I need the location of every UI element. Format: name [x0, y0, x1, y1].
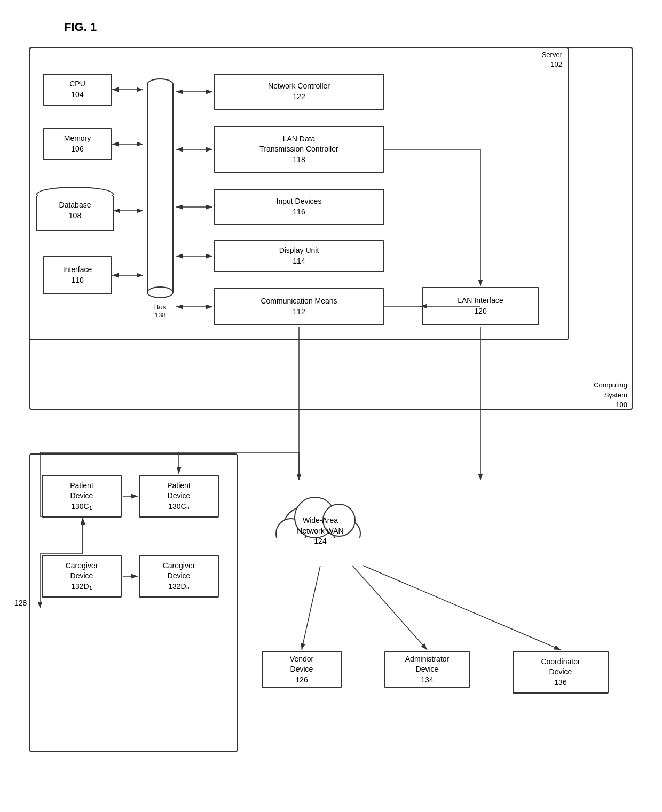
svg-line-30	[363, 566, 561, 650]
bus-label: Bus 138	[154, 303, 166, 319]
input-devices-number: 116	[293, 207, 305, 218]
communication-means-box: Communication Means 112	[214, 288, 384, 325]
cpu-number: 104	[71, 90, 83, 100]
coordinator-device-number: 136	[554, 678, 566, 688]
svg-rect-6	[275, 538, 368, 564]
administrator-device-label: AdministratorDevice	[405, 654, 449, 675]
administrator-device-number: 134	[421, 675, 433, 686]
network-controller-number: 122	[293, 92, 305, 102]
input-devices-label: Input Devices	[277, 196, 322, 207]
computing-system-label: Computing System 100	[594, 380, 627, 410]
caregiver-device-dn-number: 132Dₙ	[168, 582, 189, 592]
vendor-device-label: VendorDevice	[290, 654, 313, 675]
lan-interface-box: LAN Interface 120	[422, 287, 539, 325]
interface-label: Interface	[63, 265, 92, 275]
interface-box: Interface 110	[43, 256, 112, 294]
administrator-device-box: AdministratorDevice 134	[384, 651, 470, 688]
server-label: Server 102	[542, 50, 562, 69]
svg-point-5	[323, 504, 355, 536]
input-devices-box: Input Devices 116	[214, 189, 384, 225]
display-unit-label: Display Unit	[279, 245, 319, 256]
lan-interface-label: LAN Interface	[458, 296, 503, 306]
communication-means-label: Communication Means	[261, 296, 337, 307]
coordinator-device-box: CoordinatorDevice 136	[513, 651, 609, 694]
lan-data-box: LAN DataTransmission Controller 118	[214, 126, 384, 173]
caregiver-device-d1-box: CaregiverDevice 132D₁	[42, 555, 122, 598]
caregiver-device-dn-box: CaregiverDevice 132Dₙ	[139, 555, 219, 598]
coordinator-device-label: CoordinatorDevice	[541, 657, 580, 678]
database-label: Database 108	[36, 200, 114, 221]
network-controller-label: Network Controller	[268, 81, 330, 92]
patient-device-c1-box: PatientDevice 130C₁	[42, 475, 122, 518]
wan-container: Wide-AreaNetwork WAN124	[262, 480, 379, 582]
patient-device-cn-number: 130Cₙ	[168, 501, 189, 512]
patient-device-c1-label: PatientDevice	[70, 481, 93, 501]
group-label: 128	[14, 599, 27, 607]
cpu-label: CPU	[69, 79, 85, 90]
cpu-box: CPU 104	[43, 74, 112, 106]
network-controller-box: Network Controller 122	[214, 74, 384, 110]
wan-cloud-svg	[262, 480, 379, 566]
database-box: Database 108	[36, 187, 114, 237]
memory-label: Memory	[64, 133, 91, 144]
memory-number: 106	[71, 144, 83, 155]
patient-device-cn-label: PatientDevice	[167, 481, 191, 501]
display-unit-number: 114	[293, 256, 305, 267]
bus-container: Bus 138	[144, 74, 176, 303]
lan-data-number: 118	[293, 155, 305, 165]
figure-title: FIG. 1	[64, 20, 97, 34]
caregiver-device-dn-label: CaregiverDevice	[163, 561, 195, 582]
vendor-device-number: 126	[295, 675, 308, 686]
caregiver-device-d1-number: 132D₁	[71, 582, 92, 592]
display-unit-box: Display Unit 114	[214, 240, 384, 272]
caregiver-device-d1-label: CaregiverDevice	[66, 561, 98, 582]
interface-number: 110	[71, 275, 83, 286]
lan-data-label: LAN DataTransmission Controller	[259, 134, 338, 155]
vendor-device-box: VendorDevice 126	[262, 651, 342, 688]
patient-device-c1-number: 130C₁	[71, 501, 92, 512]
lan-interface-number: 120	[474, 306, 486, 317]
communication-means-number: 112	[293, 307, 305, 317]
memory-box: Memory 106	[43, 128, 112, 160]
patient-device-cn-box: PatientDevice 130Cₙ	[139, 475, 219, 518]
